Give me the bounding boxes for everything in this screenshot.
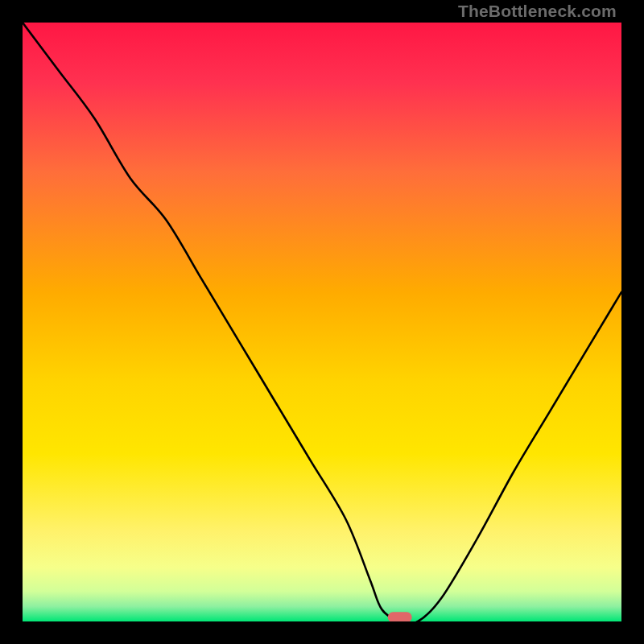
watermark-text: TheBottleneck.com: [458, 2, 617, 21]
bottleneck-chart-svg: [23, 23, 621, 621]
optimum-marker: [388, 612, 412, 621]
gradient-background: [23, 23, 621, 621]
chart-frame: [23, 23, 621, 621]
plot-area: [23, 23, 621, 621]
